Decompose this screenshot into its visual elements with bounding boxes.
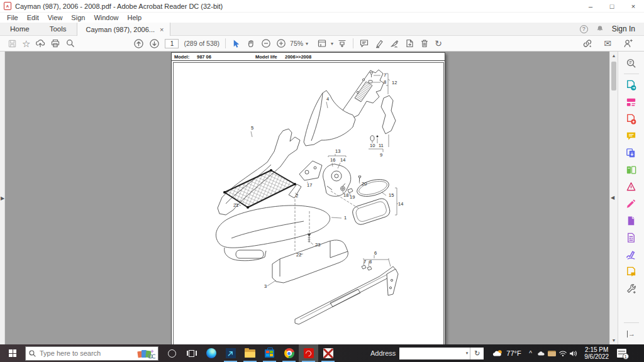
volume-icon[interactable] — [569, 349, 578, 358]
sidebar-certificates-tool[interactable] — [625, 248, 638, 261]
scroll-down-icon[interactable]: ▼ — [610, 338, 618, 343]
address-go-button[interactable]: ↻ — [470, 348, 484, 359]
sidebar-convert-tool[interactable] — [625, 214, 638, 228]
window-controls: – □ × — [580, 0, 644, 12]
zoom-in-icon — [276, 38, 286, 48]
taskbar-clock[interactable]: 2:15 PM 9/6/2022 — [582, 346, 612, 361]
open-tools-panel-button[interactable]: → — [625, 327, 638, 341]
favorite-star-button[interactable]: ☆ — [19, 37, 33, 50]
delete-pages-button[interactable] — [417, 37, 432, 50]
tab-document[interactable]: Cayman (987), 2006... × — [77, 23, 171, 36]
minimize-button[interactable]: – — [580, 0, 601, 12]
pdfxchange-icon — [323, 348, 333, 358]
taskbar-search-input[interactable] — [40, 349, 133, 357]
action-center-button[interactable]: 1 — [617, 349, 626, 358]
fill-sign-button[interactable] — [387, 37, 402, 50]
highlight-button[interactable] — [372, 37, 387, 50]
tab-tools[interactable]: Tools — [40, 23, 77, 35]
start-button[interactable] — [0, 344, 25, 362]
open-left-panel-icon[interactable]: ▶ — [1, 196, 4, 201]
address-combobox[interactable]: ▾ — [399, 348, 470, 359]
add-account-button[interactable] — [620, 37, 635, 50]
sidebar-fill-sign-tool[interactable] — [625, 197, 638, 211]
onedrive-cloud-icon[interactable] — [537, 349, 546, 358]
scroll-up-icon[interactable]: ▲ — [610, 53, 618, 58]
part-callout-11: 11 — [379, 143, 384, 148]
taskbar-search[interactable] — [25, 346, 158, 361]
comment-bubble-icon — [359, 38, 369, 48]
page-fit-chevron-icon[interactable]: ▾ — [331, 41, 333, 47]
menu-window[interactable]: Window — [89, 14, 123, 21]
sidebar-search-tool[interactable] — [625, 56, 638, 70]
document-canvas[interactable]: Model: 987 06 Model life 2006>>2008 — [5, 52, 609, 344]
taskbar-edge-button[interactable] — [201, 344, 221, 362]
parts-diagram: 7812451011913161417202181915142112322367… — [172, 53, 446, 344]
left-panel-strip[interactable]: ▶ — [0, 52, 5, 344]
rotate-button[interactable]: ↻ — [432, 37, 445, 50]
select-tool-button[interactable] — [229, 37, 243, 50]
send-mail-button[interactable]: ✉ — [601, 37, 614, 50]
address-chevron-icon[interactable]: ▾ — [466, 351, 469, 356]
taskbar-task-view-button[interactable] — [182, 344, 201, 362]
scrolling-view-button[interactable] — [335, 37, 350, 50]
wifi-icon[interactable] — [558, 349, 567, 358]
close-button[interactable]: × — [623, 0, 644, 12]
maximize-button[interactable]: □ — [601, 0, 623, 12]
taskbar-store-button[interactable] — [260, 344, 279, 362]
sidebar-export-pdf-tool[interactable] — [625, 78, 638, 92]
sidebar-edit-pdf-tool[interactable] — [625, 95, 638, 109]
menu-view[interactable]: View — [43, 14, 67, 21]
part-callout-13: 13 — [335, 148, 340, 154]
taskbar-weather[interactable]: 77°F — [492, 349, 521, 358]
export-button[interactable] — [402, 37, 417, 50]
tray-show-hidden-icon[interactable]: ^ — [526, 349, 535, 358]
menu-file[interactable]: File — [3, 14, 23, 21]
sign-in-button[interactable]: Sign In — [612, 25, 635, 33]
taskbar-app-arrow-button[interactable] — [221, 344, 240, 362]
taskbar-pdfxchange-button[interactable] — [318, 344, 338, 362]
convert-doc-icon — [625, 215, 637, 227]
bell-icon[interactable] — [596, 25, 604, 33]
find-button[interactable] — [63, 37, 78, 50]
page-fit-button[interactable] — [314, 37, 330, 50]
print-button[interactable] — [48, 37, 63, 50]
part-15-gasket — [355, 177, 391, 200]
zoom-out-button[interactable] — [258, 37, 274, 50]
zoom-chevron-icon[interactable]: ▾ — [306, 41, 308, 47]
sidebar-request-signatures-tool[interactable] — [625, 265, 638, 278]
zoom-level-label[interactable]: 75% — [290, 40, 303, 47]
menu-sign[interactable]: Sign — [67, 14, 89, 21]
sidebar-comment-tool[interactable] — [625, 129, 638, 143]
tab-close-icon[interactable]: × — [160, 26, 164, 33]
sidebar-combine-files-tool[interactable] — [625, 146, 638, 160]
scrollbar-thumb[interactable] — [611, 62, 616, 90]
part-callout-1: 1 — [344, 215, 347, 221]
sidebar-organize-pages-tool[interactable] — [625, 163, 638, 177]
menu-edit[interactable]: Edit — [23, 14, 43, 21]
sidebar-redact-tool[interactable] — [625, 231, 638, 244]
collapse-tools-panel-icon[interactable]: ◀ — [611, 195, 614, 200]
page-number-input[interactable] — [165, 39, 179, 48]
share-upload-button[interactable] — [33, 37, 48, 50]
taskbar-file-explorer-button[interactable] — [240, 344, 260, 362]
help-icon[interactable]: ? — [580, 25, 588, 33]
sidebar-more-tools[interactable] — [625, 282, 638, 295]
taskbar-acrobat-button[interactable] — [299, 344, 318, 362]
next-page-button[interactable] — [147, 37, 162, 50]
menu-help[interactable]: Help — [123, 14, 147, 21]
part-pillar-trim-shape — [381, 96, 396, 134]
tray-toolbox-icon[interactable] — [548, 349, 557, 358]
export-doc-icon — [404, 38, 414, 48]
hand-tool-button[interactable] — [243, 37, 258, 50]
sidebar-compress-pdf-tool[interactable] — [625, 180, 638, 194]
sidebar-create-pdf-tool[interactable] — [625, 112, 638, 126]
search-highlight-illustration — [136, 348, 155, 359]
share-link-button[interactable] — [580, 37, 595, 50]
comment-button[interactable] — [357, 37, 372, 50]
previous-page-button[interactable] — [131, 37, 147, 50]
tab-home[interactable]: Home — [0, 23, 40, 35]
zoom-in-button[interactable] — [274, 37, 289, 50]
taskbar-cortana-button[interactable] — [162, 344, 182, 362]
taskbar-chrome-button[interactable] — [279, 344, 299, 362]
save-button[interactable] — [5, 37, 19, 50]
